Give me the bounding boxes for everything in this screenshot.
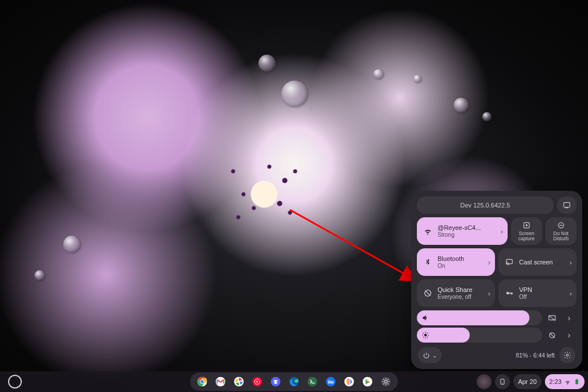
app-discord[interactable]	[268, 374, 283, 389]
wifi-strength-label: Strong	[438, 232, 498, 239]
quick-share-status-label: Everyone, off	[438, 294, 486, 301]
shelf-app-tray	[190, 372, 398, 391]
cast-icon	[504, 258, 514, 266]
screen-capture-tile[interactable]: Screen capture	[511, 217, 542, 245]
chevron-right-icon: ›	[568, 330, 571, 340]
app-yt-music[interactable]	[250, 374, 265, 389]
app-gmail[interactable]	[213, 374, 228, 389]
quick-share-icon	[423, 289, 433, 298]
cast-label: Cast screen	[519, 259, 567, 266]
volume-slider[interactable]	[417, 310, 542, 325]
audio-output-icon	[548, 314, 556, 322]
date-label: Apr 20	[518, 378, 536, 385]
gear-icon	[563, 351, 571, 359]
night-light-icon	[548, 331, 556, 340]
shelf: Apr 20 2:23	[0, 371, 588, 392]
launcher-button[interactable]	[8, 375, 22, 389]
bluetooth-status-label: On	[438, 263, 486, 270]
app-edge[interactable]	[287, 374, 301, 389]
svg-point-23	[566, 354, 568, 356]
bluetooth-icon	[423, 258, 433, 267]
audio-output-button[interactable]	[544, 310, 559, 325]
brightness-icon	[421, 331, 430, 339]
vpn-icon	[504, 289, 514, 297]
date-chip[interactable]: Apr 20	[513, 374, 541, 389]
chevron-right-icon: ›	[567, 258, 572, 267]
svg-line-18	[423, 333, 424, 333]
os-version-chip[interactable]: Dev 125.0.6422.5	[417, 197, 554, 214]
phone-icon	[499, 377, 506, 386]
quick-settings-panel: Dev 125.0.6422.5 @Reyee-sC4... Strong › …	[411, 191, 582, 369]
status-area: Apr 20 2:23	[477, 374, 585, 389]
svg-rect-6	[506, 259, 513, 264]
svg-rect-11	[512, 293, 513, 294]
vpn-label: VPN	[519, 286, 567, 294]
app-photos[interactable]	[231, 374, 246, 389]
audio-settings-button[interactable]: ›	[562, 310, 577, 325]
battery-status-label: 81% - 6:44 left	[516, 352, 555, 359]
bluetooth-label: Bluetooth	[438, 255, 486, 263]
svg-rect-51	[575, 379, 578, 384]
svg-point-32	[274, 382, 275, 383]
svg-point-26	[200, 380, 204, 384]
svg-line-21	[427, 333, 428, 333]
vpn-status-label: Off	[519, 294, 567, 301]
svg-point-8	[506, 292, 509, 295]
svg-rect-9	[509, 293, 512, 294]
cast-tile[interactable]: Cast screen ›	[498, 248, 577, 276]
app-settings[interactable]	[378, 374, 393, 389]
settings-button[interactable]	[559, 347, 575, 363]
do-not-disturb-icon	[556, 221, 566, 230]
chevron-down-icon: ⌄	[432, 352, 437, 359]
time-label: 2:23	[550, 378, 562, 385]
status-tray-button[interactable]: 2:23	[545, 374, 585, 389]
app-files[interactable]	[323, 374, 338, 389]
svg-rect-1	[564, 202, 570, 207]
display-settings-button[interactable]: ›	[562, 328, 577, 343]
volume-icon	[421, 314, 430, 322]
screen-capture-label: Screen capture	[511, 231, 542, 241]
wifi-icon	[423, 226, 433, 236]
brightness-slider[interactable]	[417, 328, 542, 343]
chevron-right-icon: ›	[568, 313, 571, 322]
app-play-store[interactable]	[360, 374, 375, 389]
managed-device-button[interactable]	[557, 197, 577, 214]
svg-line-20	[423, 337, 424, 337]
svg-point-33	[276, 382, 277, 383]
app-podcasts[interactable]	[342, 374, 357, 389]
dnd-label: Do Not Disturb	[546, 231, 577, 241]
quick-share-tile[interactable]: Quick Share Everyone, off ›	[417, 279, 495, 307]
screen-capture-icon	[522, 221, 531, 230]
power-icon	[423, 352, 430, 359]
svg-point-37	[345, 377, 354, 387]
chevron-right-icon: ›	[486, 258, 490, 267]
chevron-right-icon: ›	[567, 289, 572, 298]
wifi-icon	[564, 379, 571, 385]
app-terminal[interactable]	[305, 374, 320, 389]
chevron-right-icon: ›	[486, 289, 490, 298]
svg-point-3	[526, 225, 527, 226]
bluetooth-tile[interactable]: Bluetooth On ›	[417, 248, 495, 276]
os-version-label: Dev 125.0.6422.5	[461, 202, 510, 209]
night-light-button[interactable]	[544, 328, 559, 343]
power-menu-button[interactable]: ⌄	[418, 347, 442, 363]
app-chrome[interactable]	[195, 374, 210, 389]
wifi-name-label: @Reyee-sC4...	[438, 224, 498, 232]
dnd-tile[interactable]: Do Not Disturb	[546, 217, 577, 245]
chevron-right-icon: ›	[498, 227, 503, 236]
svg-line-19	[427, 337, 428, 337]
vpn-tile[interactable]: VPN Off ›	[498, 279, 577, 307]
battery-icon	[574, 378, 580, 386]
avatar-button[interactable]	[477, 374, 492, 389]
managed-icon	[563, 201, 571, 209]
svg-rect-10	[511, 293, 512, 295]
phone-hub-button[interactable]	[495, 374, 510, 389]
wifi-tile[interactable]: @Reyee-sC4... Strong ›	[417, 217, 508, 245]
svg-point-13	[424, 334, 427, 337]
svg-rect-52	[577, 379, 578, 379]
quick-share-label: Quick Share	[438, 286, 486, 294]
